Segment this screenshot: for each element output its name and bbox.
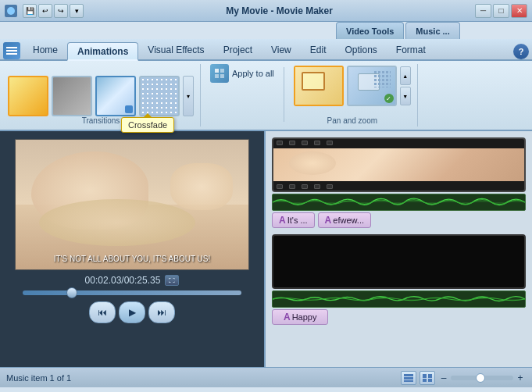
storyboard-view-button[interactable] (420, 371, 435, 385)
zoom-slider[interactable] (451, 376, 513, 380)
scrubber-track[interactable] (23, 290, 241, 295)
film-hole (289, 184, 295, 189)
maximize-button[interactable]: □ (493, 4, 509, 18)
tab-visual-effects[interactable]: Visual Effects (138, 41, 213, 59)
quick-access-toolbar: 💾 ↩ ↪ ▾ (23, 4, 84, 18)
transition-dots[interactable] (139, 76, 180, 116)
window-title: My Movie - Movie Maker (84, 5, 475, 16)
film-hole (277, 184, 283, 189)
transition-grey-fade[interactable] (52, 76, 92, 116)
svg-rect-11 (423, 374, 427, 378)
svg-rect-2 (6, 50, 17, 52)
film-hole (327, 141, 333, 145)
tab-home[interactable]: Home (23, 41, 67, 59)
panzoom-scroll-up[interactable]: ▲ (400, 66, 411, 85)
play-button[interactable]: ▶ (119, 301, 145, 323)
svg-rect-10 (404, 380, 413, 382)
tab-project[interactable]: Project (214, 41, 262, 59)
svg-rect-13 (423, 379, 427, 382)
transition-blank[interactable] (8, 76, 48, 116)
caption-strip-1: A It's ... A efwew... (272, 212, 526, 228)
title-icons: 💾 ↩ ↪ ▾ (5, 4, 84, 18)
film-hole (302, 184, 308, 189)
tab-edit[interactable]: Edit (301, 41, 336, 59)
caption-item-happy[interactable]: A Happy (272, 309, 328, 325)
audio-waveform-1 (272, 194, 526, 211)
redo-btn[interactable]: ↪ (54, 4, 68, 18)
svg-rect-8 (404, 374, 413, 376)
save-btn[interactable]: 💾 (23, 4, 37, 18)
zoom-control: – + (438, 372, 526, 383)
minimize-button[interactable]: ─ (475, 4, 491, 18)
panzoom-label: Pan and zoom (327, 116, 378, 125)
audio-waveform-2 (272, 290, 526, 308)
context-tab-video[interactable]: Video Tools (336, 22, 404, 39)
app-icon (5, 5, 17, 17)
svg-rect-3 (6, 53, 17, 55)
time-display-row: 00:02.03/00:25.35 ⛶ (85, 275, 180, 286)
panzoom-dots (373, 70, 391, 87)
app-menu-btn[interactable] (3, 42, 20, 59)
zoom-minus-button[interactable]: – (438, 372, 449, 383)
status-icons: – + (401, 371, 526, 385)
ribbon-tabs: Home Animations Visual Effects Project V… (0, 39, 532, 61)
transition-crossfade[interactable] (95, 76, 136, 116)
svg-rect-9 (404, 377, 413, 380)
svg-point-0 (7, 7, 15, 15)
caption-strip-2: A Happy (272, 309, 526, 325)
more-btn[interactable]: ▾ (70, 4, 84, 18)
context-tab-music[interactable]: Music ... (405, 22, 459, 39)
film-holes-bottom-1 (273, 184, 336, 189)
window-controls: ─ □ ✕ (475, 4, 527, 18)
apply-section: Apply to all (204, 64, 280, 83)
time-current: 00:02.03/00:25.35 (85, 275, 161, 286)
crossfade-tooltip: Crossfade (121, 117, 174, 133)
panzoom-scroll-down[interactable]: ▼ (400, 87, 411, 105)
video-caption-overlay: IT'S NOT ALL ABOUT YOU, IT'S ABOUT US! (16, 255, 248, 263)
transitions-scroll-arrow[interactable]: ▾ (183, 76, 194, 116)
tab-format[interactable]: Format (387, 41, 435, 59)
panzoom-items: ✓ ▲ ▼ (294, 66, 411, 106)
clip-row-2: A Happy (272, 234, 526, 325)
panzoom-scroll: ▲ ▼ (400, 66, 411, 105)
preview-pane: IT'S NOT ALL ABOUT YOU, IT'S ABOUT US! 0… (0, 131, 266, 367)
tab-view[interactable]: View (262, 41, 301, 59)
film-strip-1[interactable] (272, 137, 526, 192)
panzoom-checkmark: ✓ (384, 94, 394, 103)
tab-options[interactable]: Options (335, 41, 386, 59)
rewind-button[interactable]: ⏮ (89, 301, 116, 323)
status-text: Music item 1 of 1 (6, 373, 395, 383)
timeline-pane: A It's ... A efwew... A (266, 131, 532, 367)
film-hole (277, 141, 283, 145)
zoom-plus-button[interactable]: + (515, 372, 526, 383)
status-bar: Music item 1 of 1 – + (0, 367, 532, 387)
svg-rect-5 (220, 69, 224, 73)
fullscreen-button[interactable]: ⛶ (165, 275, 179, 286)
svg-rect-4 (215, 69, 219, 73)
panzoom-thumb-2[interactable]: ✓ (347, 66, 397, 106)
context-tabs: Video Tools Music ... (0, 22, 532, 39)
zoom-slider-handle[interactable] (476, 373, 485, 383)
film-content-1 (273, 148, 524, 181)
svg-rect-12 (428, 374, 432, 378)
black-clip[interactable] (272, 234, 526, 289)
close-button[interactable]: ✕ (511, 4, 527, 18)
forward-button[interactable]: ⏭ (148, 301, 175, 323)
scrubber-handle[interactable] (66, 287, 77, 298)
help-button[interactable]: ? (513, 44, 529, 59)
undo-btn[interactable]: ↩ (38, 4, 52, 18)
apply-icon (210, 64, 229, 83)
panzoom-thumb-1[interactable] (294, 66, 344, 106)
tab-animations[interactable]: Animations (67, 42, 138, 61)
svg-rect-6 (215, 74, 219, 78)
film-hole (302, 141, 308, 145)
video-frame (16, 140, 248, 269)
main-area: IT'S NOT ALL ABOUT YOU, IT'S ABOUT US! 0… (0, 131, 532, 367)
timeline-view-button[interactable] (401, 371, 416, 385)
caption-item-1[interactable]: A It's ... (272, 212, 315, 228)
video-preview: IT'S NOT ALL ABOUT YOU, IT'S ABOUT US! (15, 139, 249, 270)
apply-to-all-button[interactable]: Apply to all (210, 64, 274, 83)
clip-row-1: A It's ... A efwew... (272, 137, 526, 228)
caption-item-2[interactable]: A efwew... (318, 212, 371, 228)
divider (284, 67, 284, 122)
